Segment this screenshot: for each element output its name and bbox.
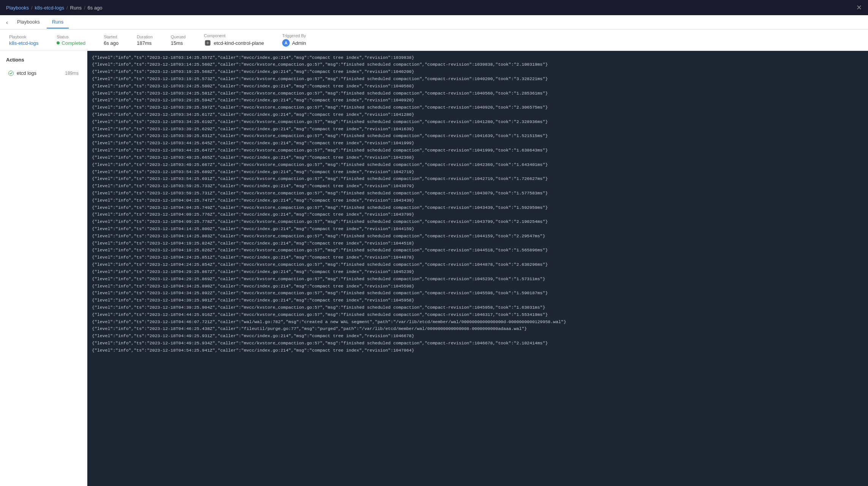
log-line: {"level":"info","ts":"2023-12-18T03:44:2… (92, 140, 863, 147)
sidebar-item-label: etcd logs (17, 70, 36, 76)
success-check-icon (8, 71, 14, 76)
log-line: {"level":"info","ts":"2023-12-18T03:59:2… (92, 183, 863, 190)
log-line: {"level":"info","ts":"2023-12-18T03:54:2… (92, 168, 863, 175)
log-line: {"level":"info","ts":"2023-12-18T04:34:2… (92, 290, 863, 297)
sidebar: Actions etcd logs 189ms (0, 51, 87, 486)
meta-duration: Duration 187ms (137, 35, 153, 46)
sidebar-item-duration: 189ms (65, 71, 79, 76)
meta-component: Component etcd-kind-control-plane (204, 33, 264, 47)
log-line: {"level":"info","ts":"2023-12-18T03:39:2… (92, 125, 863, 133)
tab-playbooks[interactable]: Playbooks (12, 16, 45, 28)
queued-value: 15ms (171, 40, 186, 46)
log-line: {"level":"info","ts":"2023-12-18T04:09:2… (92, 211, 863, 218)
runs-crumb: Runs (70, 5, 82, 11)
started-label: Started (104, 35, 118, 39)
back-arrow-icon[interactable]: ‹ (6, 19, 8, 25)
meta-bar: Playbook k8s-etcd-logs Status Completed … (0, 30, 868, 51)
triggered-label: Triggered By (282, 33, 306, 38)
log-line: {"level":"info","ts":"2023-12-18T03:19:2… (92, 75, 863, 82)
playbook-value[interactable]: k8s-etcd-logs (9, 40, 38, 46)
log-line: {"level":"info","ts":"2023-12-18T03:44:2… (92, 147, 863, 154)
sidebar-item-left: etcd logs (8, 70, 36, 76)
sidebar-item-etcd-logs[interactable]: etcd logs 189ms (2, 67, 85, 79)
sep3: / (84, 5, 85, 11)
close-icon[interactable]: ✕ (856, 3, 862, 12)
tab-bar: ‹ Playbooks Runs (0, 15, 868, 30)
started-value: 6s ago (104, 40, 118, 46)
status-dot-icon (57, 41, 60, 44)
tab-runs[interactable]: Runs (47, 16, 69, 28)
log-line: {"level":"info","ts":"2023-12-18T04:39:2… (92, 297, 863, 304)
component-label: Component (204, 33, 264, 38)
meta-queued: Queued 15ms (171, 35, 186, 46)
log-line: {"level":"info","ts":"2023-12-18T03:54:2… (92, 175, 863, 183)
log-line: {"level":"info","ts":"2023-12-18T04:19:2… (92, 240, 863, 247)
log-line: {"level":"info","ts":"2023-12-18T03:19:2… (92, 68, 863, 76)
log-line: {"level":"info","ts":"2023-12-18T04:39:2… (92, 304, 863, 311)
status-value: Completed (62, 40, 85, 46)
log-line: {"level":"info","ts":"2023-12-18T04:46:2… (92, 325, 863, 333)
log-line: {"level":"info","ts":"2023-12-18T04:49:2… (92, 340, 863, 347)
main-layout: Actions etcd logs 189ms {"level":"info",… (0, 51, 868, 486)
log-line: {"level":"info","ts":"2023-12-18T03:24:2… (92, 82, 863, 90)
playbook-label: Playbook (9, 35, 38, 39)
status-label: Status (57, 35, 85, 39)
component-value: etcd-kind-control-plane (204, 39, 264, 47)
log-line: {"level":"info","ts":"2023-12-18T04:24:2… (92, 261, 863, 268)
queued-label: Queued (171, 35, 186, 39)
log-line: {"level":"info","ts":"2023-12-18T04:04:2… (92, 197, 863, 204)
triggered-value: A Admin (282, 39, 306, 47)
sidebar-title: Actions (0, 57, 87, 67)
log-line: {"level":"info","ts":"2023-12-18T04:14:2… (92, 226, 863, 233)
log-line: {"level":"info","ts":"2023-12-18T04:24:2… (92, 254, 863, 261)
log-line: {"level":"info","ts":"2023-12-18T03:39:2… (92, 133, 863, 140)
log-line: {"level":"info","ts":"2023-12-18T04:19:2… (92, 247, 863, 254)
log-line: {"level":"info","ts":"2023-12-18T03:34:2… (92, 118, 863, 125)
meta-started: Started 6s ago (104, 35, 118, 46)
duration-label: Duration (137, 35, 153, 39)
duration-value: 187ms (137, 40, 153, 46)
log-line: {"level":"info","ts":"2023-12-18T03:24:2… (92, 90, 863, 97)
log-line: {"level":"info","ts":"2023-12-18T03:49:2… (92, 161, 863, 168)
breadcrumb: Playbooks / k8s-etcd-logs / Runs / 6s ag… (6, 5, 103, 11)
playbook-link[interactable]: k8s-etcd-logs (35, 5, 64, 11)
log-line: {"level":"info","ts":"2023-12-18T03:34:2… (92, 111, 863, 118)
log-line: {"level":"info","ts":"2023-12-18T03:29:2… (92, 104, 863, 111)
log-line: {"level":"info","ts":"2023-12-18T04:46:0… (92, 318, 863, 325)
log-line: {"level":"info","ts":"2023-12-18T04:04:2… (92, 204, 863, 211)
log-line: {"level":"info","ts":"2023-12-18T04:49:2… (92, 333, 863, 340)
avatar: A (282, 39, 290, 47)
log-line: {"level":"info","ts":"2023-12-18T04:54:2… (92, 347, 863, 354)
log-panel[interactable]: {"level":"info","ts":"2023-12-18T03:14:2… (87, 51, 868, 486)
sep1: / (31, 5, 33, 11)
log-line: {"level":"info","ts":"2023-12-18T04:29:2… (92, 275, 863, 282)
component-text: etcd-kind-control-plane (214, 40, 264, 46)
log-line: {"level":"info","ts":"2023-12-18T04:34:2… (92, 282, 863, 290)
time-ago: 6s ago (88, 5, 103, 11)
log-line: {"level":"info","ts":"2023-12-18T04:09:2… (92, 218, 863, 226)
log-line: {"level":"info","ts":"2023-12-18T04:14:2… (92, 232, 863, 240)
log-line: {"level":"info","ts":"2023-12-18T04:29:2… (92, 268, 863, 275)
log-line: {"level":"info","ts":"2023-12-18T03:14:2… (92, 54, 863, 61)
sep2: / (66, 5, 68, 11)
log-line: {"level":"info","ts":"2023-12-18T03:14:2… (92, 61, 863, 68)
meta-triggered: Triggered By A Admin (282, 33, 306, 47)
meta-status: Status Completed (57, 35, 85, 46)
log-line: {"level":"info","ts":"2023-12-18T03:59:2… (92, 189, 863, 197)
top-bar: Playbooks / k8s-etcd-logs / Runs / 6s ag… (0, 0, 868, 15)
admin-name: Admin (292, 40, 306, 46)
log-line: {"level":"info","ts":"2023-12-18T03:29:2… (92, 97, 863, 104)
meta-playbook: Playbook k8s-etcd-logs (9, 35, 38, 46)
log-line: {"level":"info","ts":"2023-12-18T04:44:2… (92, 311, 863, 318)
brand-link[interactable]: Playbooks (6, 5, 29, 11)
status-badge: Completed (57, 40, 85, 46)
log-line: {"level":"info","ts":"2023-12-18T03:49:2… (92, 154, 863, 161)
etcd-icon (204, 39, 211, 47)
